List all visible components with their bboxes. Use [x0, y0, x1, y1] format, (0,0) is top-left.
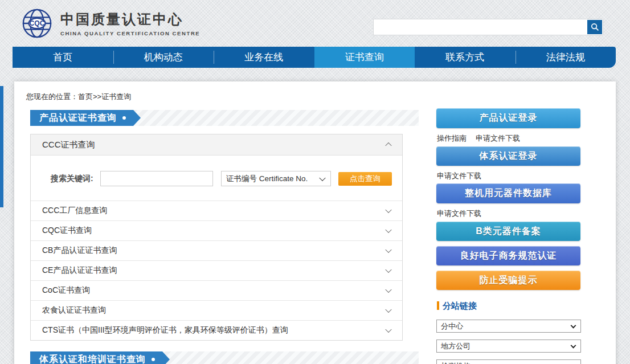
- cqc-logo[interactable]: CQC 中国质量认证中心 CHINA QUALITY CERTIFICATION…: [19, 6, 200, 41]
- breadcrumb-prefix: 您现在的位置：: [26, 92, 78, 101]
- system-section-band: 体系认证和培训证书查询: [30, 351, 419, 364]
- chevron-down-icon: [319, 174, 325, 181]
- sidebar-links-row: 申请文件下载: [437, 171, 490, 181]
- application-download-link[interactable]: 申请文件下载: [437, 209, 481, 218]
- accordion-item-ccc-factory[interactable]: CCC工厂信息查询: [31, 201, 402, 220]
- accordion-item-ccc-certificate[interactable]: CCC证书查询: [31, 134, 402, 155]
- operation-guide-link[interactable]: 操作指南: [437, 134, 467, 142]
- header-search: [373, 19, 603, 35]
- accordion-item-coc-certificate[interactable]: CoC证书查询: [31, 280, 402, 300]
- brand-name-en: CHINA QUALITY CERTIFICATION CENTRE: [60, 30, 200, 36]
- select-value: 检测机构: [441, 361, 471, 364]
- search-button[interactable]: [587, 20, 602, 34]
- svg-text:CQC: CQC: [30, 19, 45, 27]
- banner-dot-icon: [152, 358, 155, 361]
- branch-center-select[interactable]: 分中心: [436, 320, 581, 333]
- chevron-down-icon: [385, 326, 391, 333]
- accordion-item-label: CoC证书查询: [42, 285, 90, 296]
- accordion-item-ce-certificate[interactable]: CE产品认证证书查询: [31, 260, 402, 280]
- local-company-select[interactable]: 地方公司: [436, 340, 581, 353]
- nav-item-news[interactable]: 机构动态: [113, 47, 214, 68]
- component-database-button[interactable]: 整机用元器件数据库: [436, 183, 580, 203]
- breadcrumb: 您现在的位置：首页>>证书查询: [26, 92, 131, 102]
- accordion-item-cts-certificate[interactable]: CTS证书（中国III型环境声明评价证书，家具环保等级评价证书）查询: [31, 320, 402, 340]
- search-icon: [591, 23, 599, 31]
- accordion-item-label: CE产品认证证书查询: [42, 265, 117, 276]
- accordion-item-label: CCC证书查询: [42, 140, 95, 150]
- chevron-down-icon: [385, 207, 391, 213]
- product-section-title: 产品认证证书查询: [39, 112, 117, 124]
- left-edge-widget-strip[interactable]: [0, 86, 3, 207]
- accordion-item-label: CCC工厂信息查询: [42, 206, 107, 216]
- chevron-up-icon: [385, 142, 391, 149]
- chevron-down-icon: [385, 306, 391, 313]
- product-cert-login-button[interactable]: 产品认证登录: [436, 108, 580, 128]
- sidebar-links-row: 操作指南申请文件下载: [437, 133, 529, 144]
- system-section-title: 体系认证和培训证书查询: [39, 354, 146, 364]
- breadcrumb-separator: >>: [93, 92, 101, 101]
- accordion-item-label: CB产品认证证书查询: [42, 246, 117, 256]
- application-download-link[interactable]: 申请文件下载: [476, 134, 520, 142]
- accordion-item-label: CQC证书查询: [42, 226, 92, 236]
- nav-item-certificate-query[interactable]: 证书查询: [314, 47, 415, 68]
- ecommerce-certification-button[interactable]: 良好电子商务规范认证: [436, 246, 580, 265]
- nav-item-laws[interactable]: 法律法规: [516, 47, 616, 68]
- certificate-type-select[interactable]: 证书编号 Certificate No.: [221, 171, 331, 186]
- breadcrumb-home-link[interactable]: 首页: [78, 92, 93, 101]
- chevron-down-icon: [571, 322, 576, 328]
- accordion-item-label: 农食认证证书查询: [42, 305, 106, 316]
- accordion-item-cqc-certificate[interactable]: CQC证书查询: [31, 220, 402, 240]
- nav-item-online-business[interactable]: 业务在线: [214, 47, 314, 68]
- main-nav: 首页 机构动态 业务在线 证书查询 联系方式 法律法规: [13, 47, 616, 68]
- keyword-label: 搜索关键词:: [51, 174, 93, 184]
- product-section-band: 产品认证证书查询: [30, 110, 419, 126]
- chevron-down-icon: [385, 247, 391, 253]
- system-cert-login-button[interactable]: 体系认证登录: [436, 146, 580, 166]
- brand-text: 中国质量认证中心 CHINA QUALITY CERTIFICATION CEN…: [60, 10, 200, 36]
- accordion-item-label: CTS证书（中国III型环境声明评价证书，家具环保等级评价证书）查询: [42, 325, 288, 336]
- query-button[interactable]: 点击查询: [338, 172, 392, 186]
- product-section-banner: 产品认证证书查询: [30, 110, 141, 126]
- product-query-accordion: CCC证书查询 搜索关键词: 证书编号 Certificate No. 点击查询…: [30, 134, 403, 341]
- chevron-down-icon: [385, 287, 391, 293]
- application-download-link[interactable]: 申请文件下载: [437, 171, 481, 180]
- ccc-search-panel: 搜索关键词: 证书编号 Certificate No. 点击查询: [31, 155, 402, 201]
- substation-links-title: 分站链接: [437, 301, 477, 312]
- cqc-globe-icon: CQC: [19, 7, 55, 40]
- brand-name-cn: 中国质量认证中心: [60, 10, 200, 28]
- content-card: 您现在的位置：首页>>证书查询 产品认证证书查询 CCC证书查询 搜索关键词: …: [14, 81, 616, 364]
- select-value: 分中心: [441, 321, 463, 332]
- nav-item-home[interactable]: 首页: [13, 47, 113, 68]
- sidebar-links-row: 申请文件下载: [437, 208, 490, 219]
- fraud-prevention-button[interactable]: 防止受骗提示: [436, 271, 580, 290]
- accordion-item-agrifood-certificate[interactable]: 农食认证证书查询: [31, 300, 402, 320]
- chevron-down-icon: [571, 342, 576, 348]
- class-b-component-filing-button[interactable]: B类元器件备案: [436, 222, 580, 241]
- chevron-down-icon: [385, 267, 391, 273]
- certificate-type-selected-value: 证书编号 Certificate No.: [226, 174, 308, 184]
- breadcrumb-current: 证书查询: [101, 92, 131, 101]
- banner-dot-icon: [122, 116, 126, 120]
- search-input[interactable]: [374, 19, 587, 35]
- accordion-item-cb-certificate[interactable]: CB产品认证证书查询: [31, 240, 402, 260]
- keyword-input[interactable]: [100, 171, 213, 186]
- testing-agency-select[interactable]: 检测机构: [436, 359, 581, 364]
- nav-item-contact[interactable]: 联系方式: [415, 47, 516, 68]
- chevron-down-icon: [385, 227, 391, 233]
- select-value: 地方公司: [441, 341, 471, 351]
- system-section-banner: 体系认证和培训证书查询: [30, 351, 170, 364]
